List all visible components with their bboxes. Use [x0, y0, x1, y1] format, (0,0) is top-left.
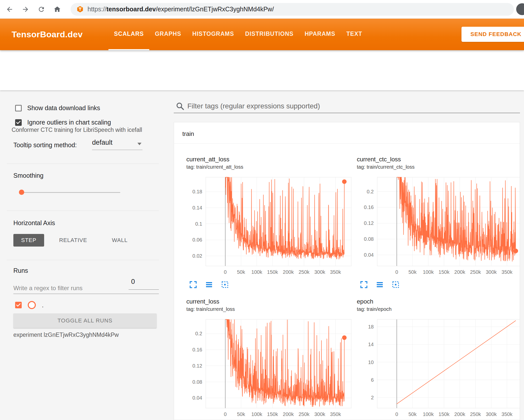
svg-text:300k: 300k [314, 411, 325, 417]
show-download-checkbox[interactable] [15, 105, 22, 111]
app-header: TensorBoard.dev SCALARS GRAPHS HISTOGRAM… [0, 18, 524, 50]
horizontal-axis-buttons: STEP RELATIVE WALL [13, 234, 137, 247]
chart-canvas-current-ctc-loss[interactable]: 0.040.080.120.160.2050k100k150k200k250k3… [353, 176, 520, 279]
browser-chrome: https://tensorboard.dev/experiment/lzGnE… [0, 0, 524, 19]
svg-text:50k: 50k [409, 269, 417, 275]
runs-label: Runs [13, 267, 28, 274]
svg-text:100k: 100k [423, 269, 434, 275]
tab-text[interactable]: TEXT [341, 18, 368, 50]
svg-text:250k: 250k [470, 411, 481, 417]
run-color-icon[interactable] [28, 301, 36, 309]
svg-text:150k: 150k [439, 269, 450, 275]
tensorboard-site-icon [77, 6, 83, 13]
svg-text:0.16: 0.16 [364, 204, 374, 210]
tab-scalars[interactable]: SCALARS [108, 18, 149, 50]
svg-text:0.1: 0.1 [195, 221, 202, 227]
ignore-outliers-checkbox[interactable] [15, 119, 22, 126]
chart-toolbar [360, 281, 400, 289]
svg-text:0.2: 0.2 [195, 331, 202, 336]
svg-text:250k: 250k [299, 269, 310, 275]
back-icon[interactable] [6, 6, 13, 13]
svg-text:250k: 250k [299, 411, 310, 417]
chart-canvas-current-loss[interactable]: 0.040.080.120.160.2050k100k150k200k250k3… [182, 318, 358, 420]
home-icon[interactable] [53, 6, 61, 13]
content-area: Show data download links Ignore outliers… [0, 90, 524, 420]
reload-icon[interactable] [38, 6, 45, 13]
run-row: . [15, 301, 44, 309]
svg-text:0: 0 [395, 411, 398, 417]
tag-filter-underline [174, 113, 520, 113]
tab-histograms[interactable]: HISTOGRAMS [187, 18, 240, 50]
svg-text:50k: 50k [409, 411, 417, 417]
horizontal-axis-label: Horizontal Axis [13, 219, 55, 227]
train-section-header[interactable]: train [174, 122, 520, 144]
settings-sidebar: Show data download links Ignore outliers… [0, 90, 174, 420]
url-scheme: https:// [88, 6, 106, 13]
svg-text:0.04: 0.04 [192, 395, 202, 401]
axis-step-button[interactable]: STEP [13, 234, 44, 247]
main-nav: SCALARS GRAPHS HISTOGRAMS DISTRIBUTIONS … [108, 18, 368, 50]
chart-tag-current-ctc-loss: tag: train/current_ctc_loss [357, 164, 415, 170]
svg-text:100k: 100k [251, 269, 263, 275]
chart-tag-current-att-loss: tag: train/current_att_loss [186, 164, 243, 170]
svg-text:200k: 200k [454, 411, 465, 417]
main-panel: train current_att_loss tag: train/curren… [174, 90, 524, 420]
address-bar[interactable]: https://tensorboard.dev/experiment/lzGnE… [71, 3, 514, 16]
svg-text:350k: 350k [502, 269, 513, 275]
svg-text:200k: 200k [283, 411, 294, 417]
svg-text:18: 18 [368, 324, 374, 329]
svg-text:0.12: 0.12 [364, 220, 374, 226]
chart-canvas-epoch[interactable]: 26101418050k100k150k200k250k300k350k [353, 318, 520, 420]
run-checkbox[interactable] [15, 302, 22, 308]
svg-text:0.16: 0.16 [192, 347, 202, 352]
tag-filter-input[interactable] [187, 100, 500, 112]
send-feedback-button[interactable]: SEND FEEDBACK [461, 27, 524, 42]
fullscreen-icon[interactable] [189, 281, 197, 289]
tooltip-sorting-label: Tooltip sorting method: [13, 141, 77, 149]
browser-avatar[interactable] [516, 3, 524, 15]
chart-tag-epoch: tag: train/epoch [357, 306, 392, 312]
fullscreen-icon[interactable] [360, 281, 368, 289]
svg-text:200k: 200k [454, 269, 465, 275]
forward-icon[interactable] [22, 6, 29, 13]
divider [7, 164, 159, 164]
fit-domain-icon[interactable] [392, 281, 400, 289]
svg-text:350k: 350k [330, 269, 341, 275]
chevron-down-icon [137, 143, 141, 145]
chart-toolbar [189, 281, 229, 289]
tab-graphs[interactable]: GRAPHS [149, 18, 187, 50]
y-axis-settings-icon[interactable] [376, 281, 384, 289]
svg-text:250k: 250k [470, 269, 481, 275]
axis-wall-button[interactable]: WALL [102, 234, 137, 247]
search-icon [176, 102, 184, 110]
tab-hparams[interactable]: HPARAMS [299, 18, 341, 50]
toggle-all-runs-button[interactable]: TOGGLE ALL RUNS [13, 313, 157, 328]
svg-text:0.04: 0.04 [364, 252, 374, 258]
chart-title-current-ctc-loss: current_ctc_loss [357, 156, 401, 163]
experiment-title-bar: Conformer CTC training for LibriSpeech w… [0, 50, 524, 90]
tooltip-sorting-select[interactable]: default [92, 139, 142, 150]
smoothing-slider-track[interactable] [21, 192, 120, 193]
experiment-id: experiment lzGnETjwRxC3yghNMd4kPw [13, 332, 119, 338]
svg-text:14: 14 [368, 342, 374, 347]
brand-title: TensorBoard.dev [12, 18, 83, 50]
svg-text:10: 10 [368, 359, 374, 365]
tab-distributions[interactable]: DISTRIBUTIONS [240, 18, 299, 50]
smoothing-slider-thumb[interactable] [19, 190, 24, 195]
fit-domain-icon[interactable] [221, 281, 229, 289]
runs-filter-input[interactable] [13, 282, 159, 294]
show-download-label: Show data download links [27, 104, 100, 112]
svg-text:0.08: 0.08 [364, 236, 374, 242]
y-axis-settings-icon[interactable] [205, 281, 213, 289]
svg-text:0.02: 0.02 [192, 253, 202, 259]
svg-text:150k: 150k [439, 411, 450, 417]
svg-text:2: 2 [371, 395, 374, 400]
chart-title-current-att-loss: current_att_loss [186, 156, 229, 163]
axis-relative-button[interactable]: RELATIVE [50, 234, 97, 247]
svg-text:100k: 100k [251, 411, 263, 417]
ignore-outliers-row: Ignore outliers in chart scaling [15, 119, 111, 126]
svg-text:0.18: 0.18 [192, 189, 202, 194]
svg-text:350k: 350k [502, 411, 513, 417]
chart-canvas-current-att-loss[interactable]: 0.020.060.10.140.18050k100k150k200k250k3… [182, 176, 358, 279]
svg-text:0.12: 0.12 [192, 363, 202, 369]
